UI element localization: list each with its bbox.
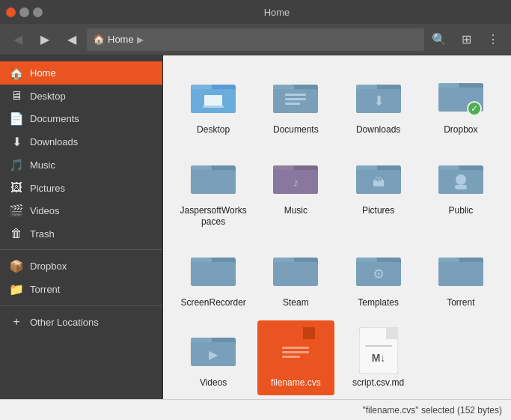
svg-rect-55 — [282, 351, 309, 353]
file-label-public: Public — [449, 205, 474, 217]
file-item-filename-cvs[interactable]: filename.cvs — [257, 320, 334, 395]
file-item-templates[interactable]: ⚙ Templates — [340, 240, 417, 315]
file-label-filename-cvs: filename.cvs — [271, 377, 321, 389]
svg-text:▶: ▶ — [209, 348, 218, 361]
file-icon-public — [437, 154, 485, 202]
file-item-music[interactable]: ♪ Music — [257, 148, 334, 234]
statusbar: "filename.cvs" selected (152 bytes) — [0, 399, 511, 420]
file-label-videos: Videos — [200, 377, 227, 389]
file-label-documents: Documents — [273, 124, 319, 136]
svg-text:⬇: ⬇ — [373, 94, 384, 109]
file-icon-screenrecorder — [189, 246, 237, 294]
file-item-videos[interactable]: ▶ Videos — [175, 320, 251, 395]
file-label-pictures: Pictures — [362, 205, 394, 217]
svg-rect-10 — [285, 103, 300, 105]
file-label-downloads: Downloads — [356, 124, 400, 136]
downloads-sidebar-icon: ⬇ — [9, 135, 24, 149]
svg-rect-46 — [438, 262, 483, 286]
sidebar-item-music[interactable]: 🎵 Music — [0, 153, 162, 177]
file-item-pictures[interactable]: 🏔 Pictures — [340, 148, 417, 234]
file-icon-pictures: 🏔 — [355, 154, 403, 202]
sidebar-label-pictures: Pictures — [30, 183, 65, 194]
file-item-script-csv-md[interactable]: M↓ script.csv.md — [340, 320, 417, 395]
close-button[interactable] — [6, 7, 16, 17]
file-item-public[interactable]: Public — [423, 148, 499, 234]
file-item-jaspersoft[interactable]: JaspersoftWorkspaces — [175, 148, 251, 234]
sidebar-item-torrent[interactable]: 📁 Torrent — [0, 278, 162, 301]
breadcrumb-chevron-icon: ▶ — [137, 34, 144, 45]
file-label-templates: Templates — [358, 297, 399, 309]
sidebar-item-pictures[interactable]: 🖼 Pictures — [0, 177, 162, 199]
file-item-downloads[interactable]: ⬇ Downloads — [340, 67, 417, 142]
svg-rect-60 — [365, 345, 392, 347]
main-area: 🏠 Home 🖥 Desktop 📄 Documents ⬇ Downloads… — [0, 55, 511, 399]
file-label-music: Music — [284, 205, 307, 217]
maximize-button[interactable] — [33, 7, 43, 17]
file-item-steam[interactable]: Steam — [257, 240, 334, 315]
sidebar-label-other-locations: Other Locations — [30, 317, 99, 328]
kebab-menu-icon: ⋮ — [487, 32, 499, 46]
file-item-torrent[interactable]: Torrent — [423, 240, 499, 315]
file-icon-steam — [272, 246, 319, 294]
videos-sidebar-icon: 🎬 — [9, 204, 24, 218]
svg-rect-20 — [191, 170, 236, 194]
sidebar-item-other-locations[interactable]: + Other Locations — [0, 311, 162, 333]
svg-rect-33 — [455, 185, 467, 189]
other-locations-icon: + — [9, 315, 24, 329]
file-item-screenrecorder[interactable]: ScreenRecorder — [175, 240, 251, 315]
sidebar-label-desktop: Desktop — [30, 91, 66, 102]
menu-button[interactable]: ⋮ — [481, 28, 505, 52]
file-label-script-csv-md: script.csv.md — [352, 377, 404, 389]
svg-rect-39 — [273, 262, 318, 286]
forward-button[interactable]: ▶ — [33, 28, 57, 52]
svg-rect-8 — [285, 94, 306, 96]
search-icon: 🔍 — [432, 32, 447, 46]
search-button[interactable]: 🔍 — [427, 28, 451, 52]
sidebar-item-home[interactable]: 🏠 Home — [0, 61, 162, 85]
file-area: Desktop Documents — [163, 55, 511, 399]
file-item-documents[interactable]: Documents — [257, 67, 334, 142]
music-sidebar-icon: 🎵 — [9, 158, 24, 172]
sidebar-label-downloads: Downloads — [30, 136, 78, 147]
sidebar-item-dropbox[interactable]: 📦 Dropbox — [0, 255, 162, 278]
file-label-desktop: Desktop — [197, 124, 230, 136]
sidebar-divider-2 — [0, 305, 162, 306]
svg-rect-36 — [191, 262, 236, 286]
svg-rect-53 — [303, 327, 315, 339]
file-icon-torrent — [437, 246, 485, 294]
titlebar: Home — [0, 0, 511, 24]
file-icon-dropbox: ✓ — [437, 73, 485, 121]
sidebar-label-videos: Videos — [30, 205, 60, 216]
file-icon-desktop — [189, 73, 237, 121]
minimize-button[interactable] — [19, 7, 29, 17]
back-button[interactable]: ◀ — [6, 28, 30, 52]
window-title: Home — [49, 7, 505, 18]
file-item-desktop[interactable]: Desktop — [175, 67, 251, 142]
pictures-sidebar-icon: 🖼 — [9, 181, 24, 195]
sidebar: 🏠 Home 🖥 Desktop 📄 Documents ⬇ Downloads… — [0, 55, 163, 399]
trash-sidebar-icon: 🗑 — [9, 227, 24, 240]
parent-folder-button[interactable]: ◀ — [60, 28, 84, 52]
sidebar-item-trash[interactable]: 🗑 Trash — [0, 222, 162, 245]
dropbox-check-icon: ✓ — [467, 101, 482, 116]
file-grid: Desktop Documents — [175, 67, 499, 395]
svg-rect-9 — [285, 98, 306, 100]
sidebar-divider — [0, 249, 162, 250]
grid-view-button[interactable]: ⊞ — [454, 28, 478, 52]
dropbox-sidebar-icon: 📦 — [9, 259, 24, 273]
sidebar-label-documents: Documents — [30, 113, 79, 124]
file-item-dropbox[interactable]: ✓ Dropbox — [423, 67, 499, 142]
breadcrumb[interactable]: 🏠 Home ▶ — [87, 28, 424, 51]
file-icon-documents — [272, 73, 319, 121]
forward-icon: ▶ — [40, 32, 49, 46]
sidebar-item-videos[interactable]: 🎬 Videos — [0, 199, 162, 222]
svg-text:⚙: ⚙ — [373, 267, 385, 281]
svg-rect-59 — [386, 327, 398, 339]
sidebar-item-documents[interactable]: 📄 Documents — [0, 107, 162, 130]
grid-icon: ⊞ — [462, 32, 471, 46]
sidebar-item-desktop[interactable]: 🖥 Desktop — [0, 85, 162, 107]
desktop-sidebar-icon: 🖥 — [9, 89, 24, 103]
file-icon-music: ♪ — [272, 154, 319, 202]
sidebar-item-downloads[interactable]: ⬇ Downloads — [0, 130, 162, 153]
svg-text:🏔: 🏔 — [373, 176, 385, 189]
